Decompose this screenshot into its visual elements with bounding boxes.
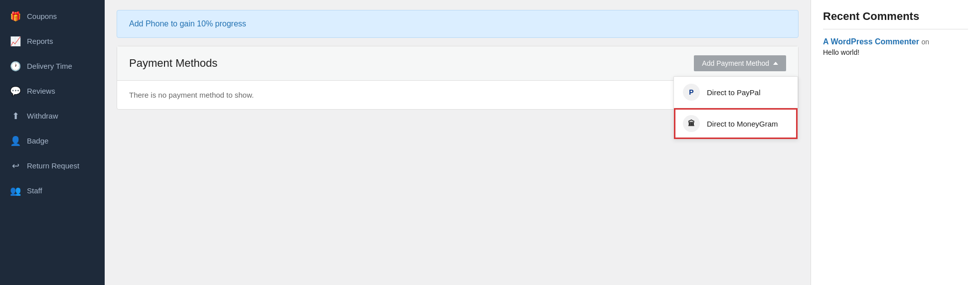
sidebar-item-reports[interactable]: 📈 Reports (0, 29, 105, 54)
paypal-option[interactable]: P Direct to PayPal (674, 77, 798, 108)
sidebar-item-label: Return Request (27, 161, 79, 170)
sidebar-item-label: Staff (27, 186, 42, 195)
on-text: on (921, 38, 929, 46)
comment-post: Hello world! (823, 48, 968, 56)
right-sidebar: Recent Comments A WordPress Commenter on… (811, 0, 980, 285)
sidebar-item-reviews[interactable]: 💬 Reviews (0, 79, 105, 104)
sidebar-item-label: Reports (27, 37, 53, 46)
comment-item: A WordPress Commenter on Hello world! (823, 37, 968, 56)
moneygram-label: Direct to MoneyGram (707, 120, 778, 128)
reports-icon: 📈 (10, 36, 21, 47)
sidebar: 🎁 Coupons 📈 Reports 🕐 Delivery Time 💬 Re… (0, 0, 105, 285)
main-content: Add Phone to gain 10% progress Payment M… (105, 0, 811, 285)
paypal-label: Direct to PayPal (707, 88, 761, 97)
sidebar-item-coupons[interactable]: 🎁 Coupons (0, 4, 105, 29)
sidebar-item-label: Withdraw (27, 112, 58, 121)
comment-meta: A WordPress Commenter on (823, 37, 968, 46)
moneygram-option[interactable]: 🏛 Direct to MoneyGram (674, 108, 798, 139)
paypal-icon: P (683, 84, 700, 101)
return-icon: ↩ (10, 160, 21, 171)
recent-comments-title: Recent Comments (823, 10, 968, 29)
sidebar-item-label: Coupons (27, 12, 57, 21)
moneygram-icon: 🏛 (683, 115, 700, 132)
badge-icon: 👤 (10, 136, 21, 146)
payment-methods-section: Payment Methods Add Payment Method P Dir… (117, 46, 799, 110)
coupons-icon: 🎁 (10, 11, 21, 22)
payment-dropdown: P Direct to PayPal 🏛 Direct to MoneyGram (673, 76, 798, 140)
sidebar-item-badge[interactable]: 👤 Badge (0, 129, 105, 153)
progress-text: Add Phone to gain 10% progress (129, 19, 246, 28)
payment-methods-title: Payment Methods (129, 57, 217, 70)
staff-icon: 👥 (10, 185, 21, 196)
commenter-name: A WordPress Commenter (823, 37, 919, 46)
clock-icon: 🕐 (10, 61, 21, 72)
add-payment-method-button[interactable]: Add Payment Method (694, 55, 786, 71)
arrow-up-icon (773, 62, 778, 65)
progress-banner[interactable]: Add Phone to gain 10% progress (117, 10, 799, 38)
sidebar-item-label: Reviews (27, 87, 55, 96)
add-payment-label: Add Payment Method (702, 59, 769, 67)
sidebar-item-label: Badge (27, 137, 48, 145)
upload-icon: ⬆ (10, 111, 21, 122)
sidebar-item-staff[interactable]: 👥 Staff (0, 178, 105, 203)
sidebar-item-label: Delivery Time (27, 62, 72, 71)
sidebar-item-delivery-time[interactable]: 🕐 Delivery Time (0, 54, 105, 79)
sidebar-item-return-request[interactable]: ↩ Return Request (0, 153, 105, 178)
sidebar-item-withdraw[interactable]: ⬆ Withdraw (0, 104, 105, 129)
chat-icon: 💬 (10, 86, 21, 97)
payment-header: Payment Methods Add Payment Method P Dir… (117, 46, 798, 81)
